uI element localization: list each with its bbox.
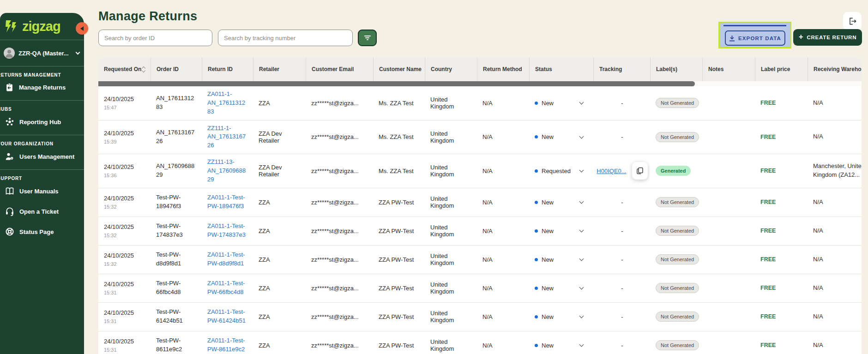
status-dropdown-chevron[interactable] bbox=[579, 168, 584, 173]
return-id-link[interactable]: ZA011-1-Test-PW-61424b51 bbox=[207, 308, 248, 325]
col-order-id: Order ID bbox=[151, 57, 202, 81]
cell-labels: Not Generated bbox=[650, 217, 702, 245]
sidebar-item-label: Manage Returns bbox=[19, 84, 66, 91]
sort-control[interactable] bbox=[142, 67, 146, 72]
sidebar-item-manage-returns[interactable]: Manage Returns bbox=[0, 78, 84, 97]
return-id-link[interactable]: ZA011-1-Test-PW-66fbc4d8 bbox=[207, 279, 248, 297]
cell-requested-on: 24/10/2025 15:39 bbox=[98, 120, 151, 154]
sidebar-item-label: Status Page bbox=[19, 228, 54, 235]
return-id-link[interactable]: ZA011-1-Test-PW-174837e3 bbox=[207, 222, 248, 240]
search-order-id-input[interactable] bbox=[98, 30, 212, 46]
cell-customer-name: ZZA PW-Test bbox=[373, 188, 425, 216]
cell-notes bbox=[702, 303, 755, 331]
cell-return-id: ZA011-1-Test-PW-189476f3 bbox=[202, 188, 253, 216]
status-cell: New bbox=[529, 303, 593, 331]
logout-button[interactable] bbox=[843, 12, 862, 30]
status-cell: New bbox=[529, 331, 593, 354]
cell-return-method: N/A bbox=[477, 217, 529, 245]
table-body: 24/10/2025 15:47 AN_1761131283 ZA011-1-A… bbox=[98, 86, 862, 354]
cell-country: United Kingdom bbox=[425, 154, 477, 188]
col-retailer: Retailer bbox=[253, 57, 306, 81]
tracking-text: - bbox=[621, 256, 623, 263]
cell-receiving-warehouse: N/A bbox=[808, 120, 862, 154]
table-row: 24/10/2025 15:31 Test-PW-61424b51 ZA011-… bbox=[98, 302, 862, 331]
sidebar-item-users-management[interactable]: Users Management bbox=[0, 146, 84, 167]
status-dropdown-chevron[interactable] bbox=[579, 199, 584, 204]
status-dropdown-chevron[interactable] bbox=[579, 285, 584, 290]
col-customer-email: Customer Email bbox=[306, 57, 373, 81]
cell-tracking: - bbox=[593, 303, 650, 331]
status-dropdown-chevron[interactable] bbox=[579, 100, 584, 105]
cell-labels: Not Generated bbox=[650, 303, 702, 331]
filter-button[interactable] bbox=[358, 30, 377, 46]
cell-tracking: - bbox=[593, 246, 650, 274]
create-return-button[interactable]: + CREATE RETURN bbox=[793, 29, 862, 46]
table-row: 24/10/2025 15:47 AN_1761131283 ZA011-1-A… bbox=[98, 86, 862, 120]
zigzag-logo-icon bbox=[3, 18, 19, 34]
return-id-link[interactable]: ZZ111-1-AN_1761316726 bbox=[207, 124, 248, 150]
status-dropdown-chevron[interactable] bbox=[579, 134, 584, 138]
sidebar-collapse-button[interactable] bbox=[76, 22, 88, 35]
cell-order-id: Test-PW-66fbc4d8 bbox=[151, 274, 202, 302]
cell-retailer: ZZA bbox=[253, 303, 306, 331]
account-switcher[interactable]: ZZR-QA (Master... bbox=[0, 40, 84, 66]
cell-country: United Kingdom bbox=[425, 331, 477, 354]
sidebar-item-status-page[interactable]: Status Page bbox=[0, 222, 84, 242]
status-dot bbox=[535, 229, 538, 233]
cell-receiving-warehouse: N/A bbox=[808, 331, 862, 354]
copy-icon bbox=[636, 167, 644, 174]
return-id-link[interactable]: ZA011-1-AN_1761131283 bbox=[207, 90, 248, 116]
cell-customer-name: Ms. ZZA Test bbox=[373, 154, 425, 188]
cell-return-id: ZA011-1-Test-PW-174837e3 bbox=[202, 217, 253, 245]
scrollbar-thumb[interactable] bbox=[98, 81, 695, 86]
tracking-text: - bbox=[621, 313, 623, 320]
table-row: 24/10/2025 15:32 Test-PW-189476f3 ZA011-… bbox=[98, 188, 862, 216]
download-icon bbox=[729, 35, 735, 42]
copy-button[interactable] bbox=[632, 162, 648, 180]
cell-country: United Kingdom bbox=[425, 120, 477, 154]
tracking-link[interactable]: H00IQE0... bbox=[597, 168, 626, 174]
headset-icon bbox=[5, 207, 14, 216]
status-text: New bbox=[542, 133, 554, 140]
status-text: Requested bbox=[542, 168, 571, 174]
cell-return-method: N/A bbox=[477, 154, 529, 188]
return-id-link[interactable]: ZA011-1-Test-PW-d8d9f8d1 bbox=[207, 251, 248, 268]
status-dropdown-chevron[interactable] bbox=[579, 342, 584, 347]
cell-customer-email: zz*****st@zigza... bbox=[306, 86, 373, 120]
cell-customer-email: zz*****st@zigza... bbox=[306, 154, 373, 188]
cell-requested-on: 24/10/2025 15:32 bbox=[98, 246, 151, 274]
status-dropdown-chevron[interactable] bbox=[579, 314, 584, 318]
cell-customer-email: zz*****st@zigza... bbox=[306, 303, 373, 331]
search-tracking-input[interactable] bbox=[218, 30, 353, 46]
cell-notes bbox=[702, 246, 755, 274]
return-id-link[interactable]: ZZ111-13-AN_1760968829 bbox=[207, 158, 248, 184]
cell-tracking: - bbox=[593, 217, 650, 245]
sidebar-item-open-ticket[interactable]: Open a Ticket bbox=[0, 201, 84, 222]
status-dropdown-chevron[interactable] bbox=[579, 228, 584, 233]
col-status: Status bbox=[529, 57, 593, 81]
cell-receiving-warehouse: N/A bbox=[808, 274, 862, 302]
cell-notes bbox=[702, 154, 755, 188]
cell-label-price: FREE bbox=[755, 246, 808, 274]
return-id-link[interactable]: ZA011-1-Test-PW-8611e9c2 bbox=[207, 336, 248, 354]
cell-country: United Kingdom bbox=[425, 86, 477, 120]
return-id-link[interactable]: ZA011-1-Test-PW-189476f3 bbox=[207, 193, 248, 211]
sidebar-item-user-manuals[interactable]: User Manuals bbox=[0, 181, 84, 201]
cell-labels: Not Generated bbox=[650, 188, 702, 216]
cell-return-id: ZA011-1-Test-PW-8611e9c2 bbox=[202, 331, 253, 354]
col-country: Country bbox=[425, 57, 477, 81]
sidebar-item-reporting-hub[interactable]: Reporting Hub bbox=[0, 112, 84, 132]
cell-notes bbox=[702, 120, 755, 154]
sidebar-item-label: Users Management bbox=[19, 153, 74, 160]
status-dot bbox=[535, 258, 538, 261]
label-badge: Not Generated bbox=[656, 254, 699, 264]
logout-icon bbox=[848, 17, 857, 26]
logo-text: zigzag bbox=[22, 19, 60, 34]
section-support: SUPPORT User Manuals Open a Ticket Statu… bbox=[0, 170, 84, 245]
cell-receiving-warehouse: N/A bbox=[808, 246, 862, 274]
cell-order-id: AN_1761131283 bbox=[151, 86, 202, 120]
cell-requested-on: 24/10/2025 15:47 bbox=[98, 86, 151, 120]
status-dropdown-chevron[interactable] bbox=[579, 257, 584, 261]
export-data-button[interactable]: EXPORT DATA bbox=[725, 30, 785, 46]
cell-requested-on: 24/10/2025 15:31 bbox=[98, 303, 151, 331]
